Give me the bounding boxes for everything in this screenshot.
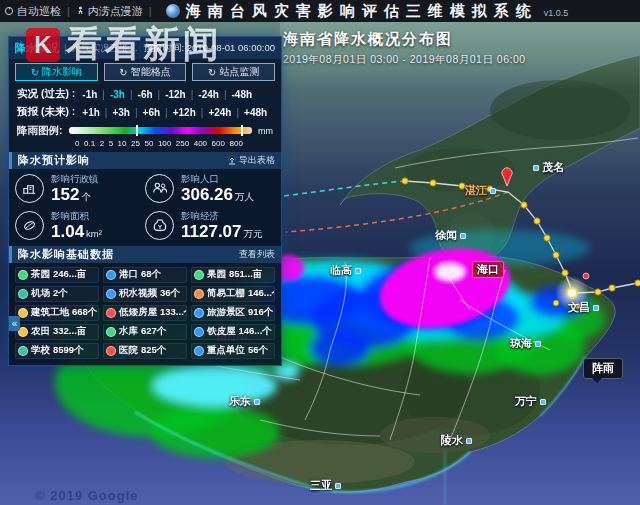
past-option--1h[interactable]: -1h bbox=[82, 89, 97, 100]
category-dot-icon bbox=[18, 289, 28, 299]
future-option-+12h[interactable]: +12h bbox=[173, 107, 196, 118]
future-option-+1h[interactable]: +1h bbox=[82, 107, 100, 118]
menu-item-auto-patrol[interactable]: 自动巡检 bbox=[4, 4, 61, 19]
past-time-row: 实况 (过去) : -1h| -3h| -6h| -12h| -24h| -48… bbox=[9, 85, 281, 103]
export-table-link[interactable]: 导出表格 bbox=[228, 154, 275, 167]
weather-tooltip: 阵雨 bbox=[583, 358, 623, 379]
map-title: 海南省降水概况分布图 bbox=[283, 30, 526, 49]
future-option-+3h[interactable]: +3h bbox=[112, 107, 130, 118]
base-data-grid: 茶园246...亩 港口68个 果园851...亩 机场2个 积水视频36个 简… bbox=[9, 263, 281, 365]
base-item-school[interactable]: 学校8599个 bbox=[15, 343, 99, 359]
legend-marker bbox=[136, 125, 138, 136]
past-option--24h[interactable]: -24h bbox=[198, 89, 219, 100]
stat-area: 影响面积 1.04km² bbox=[15, 210, 145, 241]
category-dot-icon bbox=[194, 346, 204, 356]
base-item-key-unit[interactable]: 重点单位56个 bbox=[191, 343, 275, 359]
export-icon bbox=[228, 157, 236, 165]
category-dot-icon bbox=[106, 346, 116, 356]
tab-precip-live[interactable]: 降水实况 bbox=[15, 41, 59, 56]
impact-section-header: 降水预计影响 导出表格 bbox=[9, 152, 281, 169]
view-list-link[interactable]: 查看列表 bbox=[239, 248, 275, 261]
legend-label: 降雨图例: bbox=[17, 124, 63, 138]
base-item-reservoir[interactable]: 水库627个 bbox=[103, 324, 187, 340]
city-marker bbox=[490, 188, 496, 194]
app-logo-icon bbox=[166, 4, 180, 18]
refresh-icon: ↻ bbox=[208, 67, 216, 78]
base-item-scenic-spot[interactable]: 旅游景区916个 bbox=[191, 305, 275, 321]
base-item-farmland[interactable]: 农田332...亩 bbox=[15, 324, 99, 340]
category-dot-icon bbox=[106, 308, 116, 318]
city-label-lingshui[interactable]: 陵水 bbox=[441, 433, 472, 448]
city-label-zhanjiang[interactable]: 湛江 bbox=[465, 183, 496, 198]
forecast-time: 预报时间: 2019-08-01 06:00:00 bbox=[144, 42, 276, 55]
category-dot-icon bbox=[18, 346, 28, 356]
stat-economy: 影响经济 1127.07万元 bbox=[145, 210, 275, 241]
city-marker bbox=[540, 399, 546, 405]
red-dot-marker bbox=[583, 273, 589, 279]
refresh-icon: ↻ bbox=[31, 67, 39, 78]
city-label-xuwen[interactable]: 徐闻 bbox=[435, 228, 466, 243]
base-item-tea-garden[interactable]: 茶园246...亩 bbox=[15, 267, 99, 283]
map-time-range: 2019年08月01日 03:00 - 2019年08月01日 06:00 bbox=[283, 53, 526, 67]
mode-button-station-monitor[interactable]: ↻ 站点监测 bbox=[192, 63, 275, 81]
legend-unit: mm bbox=[258, 126, 273, 136]
panel-subtitle: 天气实况三维分析 bbox=[72, 42, 139, 55]
city-label-wanning[interactable]: 万宁 bbox=[515, 394, 546, 409]
refresh-icon: ↻ bbox=[119, 67, 127, 78]
past-option--6h[interactable]: -6h bbox=[138, 89, 153, 100]
future-option-+48h[interactable]: +48h bbox=[244, 107, 267, 118]
town-icon bbox=[22, 181, 37, 196]
city-marker bbox=[355, 268, 361, 274]
future-label: 预报 (未来) : bbox=[17, 105, 75, 119]
city-label-wenchang[interactable]: 文昌 bbox=[568, 300, 599, 315]
past-option--3h[interactable]: -3h bbox=[110, 89, 125, 100]
mode-button-smart-grid[interactable]: ↻ 智能格点 bbox=[104, 63, 187, 81]
base-item-airport[interactable]: 机场2个 bbox=[15, 286, 99, 302]
base-item-hospital[interactable]: 医院825个 bbox=[103, 343, 187, 359]
menu-separator: | bbox=[149, 5, 152, 17]
future-option-+6h[interactable]: +6h bbox=[143, 107, 161, 118]
city-marker bbox=[335, 483, 341, 489]
base-item-port[interactable]: 港口68个 bbox=[103, 267, 187, 283]
future-option-+24h[interactable]: +24h bbox=[208, 107, 231, 118]
past-option--48h[interactable]: -48h bbox=[232, 89, 253, 100]
legend-colorbar bbox=[69, 127, 253, 135]
past-option--12h[interactable]: -12h bbox=[165, 89, 186, 100]
stat-population: 影响人口 306.26万人 bbox=[145, 173, 275, 204]
menu-item-waterlog-roam[interactable]: 内涝点漫游 bbox=[76, 4, 143, 19]
stat-admin-towns: 影响行政镇 152个 bbox=[15, 173, 145, 204]
city-label-sanya[interactable]: 三亚 bbox=[310, 478, 341, 493]
future-time-row: 预报 (未来) : +1h| +3h| +6h| +12h| +24h| +48… bbox=[9, 103, 281, 121]
mode-button-row: ↻ 降水影响 ↻ 智能格点 ↻ 站点监测 bbox=[9, 59, 281, 85]
app-stage: 茂名 湛江 徐闻 海口 临高 文昌 琼海 万宁 陵水 三亚 乐东 东方 昌江 阵… bbox=[0, 0, 640, 505]
city-label-haikou[interactable]: 海口 bbox=[472, 261, 504, 278]
people-icon bbox=[152, 181, 168, 195]
base-item-low-house[interactable]: 低矮房屋133...个 bbox=[103, 305, 187, 321]
category-dot-icon bbox=[194, 308, 204, 318]
category-dot-icon bbox=[106, 327, 116, 337]
base-item-shed[interactable]: 简易工棚146...个 bbox=[191, 286, 275, 302]
menu-separator: | bbox=[67, 5, 70, 17]
city-label-qionghai[interactable]: 琼海 bbox=[510, 336, 541, 351]
panel-collapse-handle[interactable]: « bbox=[9, 316, 20, 331]
city-marker bbox=[593, 305, 599, 311]
city-label-maoming[interactable]: 茂名 bbox=[533, 160, 564, 175]
city-label-ledong[interactable]: 乐东 bbox=[229, 394, 260, 409]
legend-ticks: 00.1 25 1025 50100 250400 600800 bbox=[17, 138, 273, 148]
base-item-construction-site[interactable]: 建筑工地668个 bbox=[15, 305, 99, 321]
base-item-orchard[interactable]: 果园851...亩 bbox=[191, 267, 275, 283]
category-dot-icon bbox=[106, 270, 116, 280]
rain-legend: 降雨图例: mm 00.1 25 1025 50100 250400 60080… bbox=[9, 121, 281, 149]
impact-section-title: 降水预计影响 bbox=[18, 153, 90, 168]
header-separator: | bbox=[64, 43, 67, 54]
base-item-flood-video[interactable]: 积水视频36个 bbox=[103, 286, 187, 302]
app-version: v1.0.5 bbox=[544, 8, 569, 18]
category-dot-icon bbox=[194, 270, 204, 280]
city-marker bbox=[466, 438, 472, 444]
city-marker bbox=[254, 399, 260, 405]
category-dot-icon bbox=[194, 327, 204, 337]
city-label-lingao[interactable]: 临高 bbox=[330, 263, 361, 278]
base-item-tin-house[interactable]: 铁皮屋146...个 bbox=[191, 324, 275, 340]
city-marker bbox=[460, 233, 466, 239]
mode-button-precip-impact[interactable]: ↻ 降水影响 bbox=[15, 63, 98, 81]
